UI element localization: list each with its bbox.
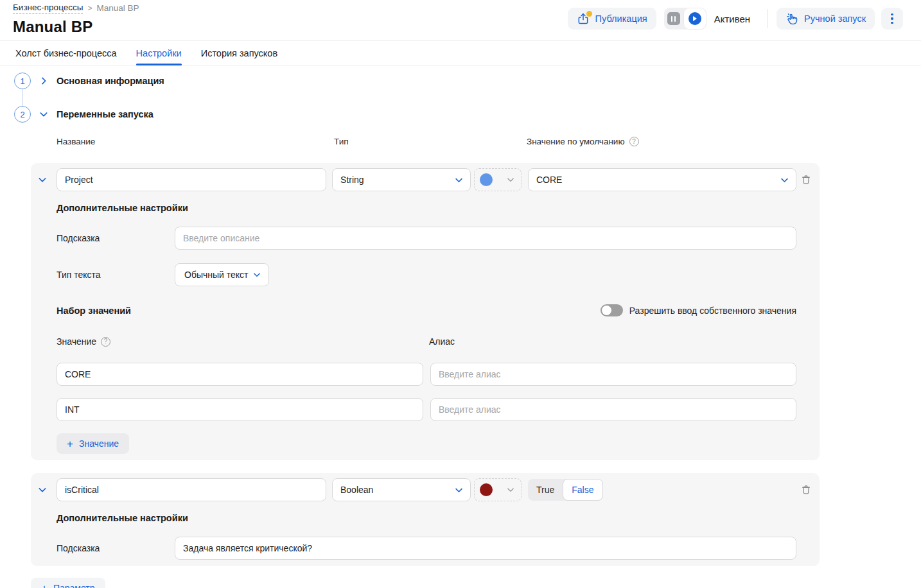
- switch-knob: [602, 306, 611, 315]
- pause-icon: [667, 12, 680, 25]
- value-input[interactable]: [57, 363, 423, 386]
- color-swatch: [480, 173, 493, 186]
- values-column-headers: Значение ? Алиас: [57, 336, 796, 347]
- step-connector-line: [22, 89, 23, 106]
- help-icon[interactable]: ?: [629, 137, 639, 146]
- chevron-down-icon: [506, 175, 515, 184]
- chevron-down-icon: [454, 485, 464, 495]
- color-swatch: [480, 483, 493, 496]
- type-select-value: Boolean: [340, 485, 373, 495]
- plus-icon: +: [67, 438, 73, 449]
- kebab-dot: [891, 13, 893, 16]
- value-alias-row: [57, 398, 796, 421]
- publish-button-label: Публикация: [595, 13, 647, 24]
- default-value-select[interactable]: CORE: [528, 168, 796, 191]
- color-picker[interactable]: [474, 478, 522, 501]
- tab-bar: Холст бизнес-процесса Настройки История …: [0, 40, 921, 65]
- value-set-title: Набор значений: [57, 306, 131, 316]
- vertical-divider: [767, 9, 768, 28]
- alias-input[interactable]: [430, 398, 796, 421]
- type-select[interactable]: Boolean: [332, 478, 471, 501]
- hint-label: Подсказка: [57, 543, 175, 553]
- variable-name-input[interactable]: [57, 168, 326, 191]
- chevron-down-icon: [252, 270, 261, 279]
- color-picker[interactable]: [474, 168, 522, 191]
- publish-notification-dot: [586, 11, 592, 17]
- topbar: Бизнес-процессы > Manual BP Manual BP Пу…: [0, 0, 921, 40]
- trash-icon: [800, 174, 812, 186]
- allow-custom-value-label: Разрешить ввод собственного значения: [629, 306, 796, 316]
- hand-click-icon: [785, 12, 798, 25]
- chevron-down-icon: [454, 175, 464, 185]
- variable-name-input[interactable]: [57, 478, 326, 501]
- text-type-label: Тип текста: [57, 270, 175, 280]
- step-number-badge: 1: [14, 73, 31, 89]
- text-type-select[interactable]: Обычный текст: [175, 263, 269, 286]
- add-parameter-button[interactable]: + Параметр: [31, 578, 105, 588]
- variable-row: Boolean True False: [31, 478, 820, 501]
- chevron-down-icon[interactable]: [39, 109, 49, 119]
- variable-details: Дополнительные настройки Подсказка Тип т…: [31, 203, 820, 454]
- manual-run-label: Ручной запуск: [804, 13, 866, 24]
- process-state-toggle[interactable]: [664, 8, 706, 30]
- variable-row: String CORE: [31, 168, 820, 191]
- value-alias-row: [57, 363, 796, 386]
- alias-column-label: Алиас: [429, 336, 455, 347]
- kebab-menu-button[interactable]: [881, 8, 903, 30]
- manual-run-button[interactable]: Ручной запуск: [776, 8, 875, 30]
- variable-card-project: String CORE Дополнительные настройки: [31, 163, 820, 460]
- section-title[interactable]: Переменные запуска: [57, 109, 154, 119]
- add-parameter-label: Параметр: [53, 583, 95, 588]
- text-type-value: Обычный текст: [184, 270, 249, 280]
- collapse-chevron-down-icon[interactable]: [31, 175, 57, 185]
- tab-settings[interactable]: Настройки: [136, 41, 182, 65]
- variable-card-iscritical: Boolean True False Дополнительные настро…: [31, 473, 820, 566]
- publish-button[interactable]: Публикация: [568, 8, 656, 30]
- kebab-dot: [891, 17, 893, 20]
- play-segment-active[interactable]: [683, 8, 706, 30]
- add-value-label: Значение: [79, 438, 119, 449]
- allow-custom-value-toggle-group: Разрешить ввод собственного значения: [601, 304, 796, 316]
- type-select[interactable]: String: [332, 168, 471, 191]
- bool-true-option[interactable]: True: [528, 479, 563, 501]
- section-main-info: 1 Основная информация: [14, 73, 921, 89]
- chevron-down-icon: [780, 175, 789, 185]
- section-title[interactable]: Основная информация: [57, 76, 164, 86]
- delete-variable-button[interactable]: [800, 484, 812, 496]
- value-column-label: Значение: [57, 336, 96, 347]
- add-value-button[interactable]: + Значение: [57, 433, 129, 454]
- alias-input[interactable]: [430, 363, 796, 386]
- tab-canvas[interactable]: Холст бизнес-процесса: [15, 41, 117, 65]
- type-select-value: String: [340, 175, 364, 185]
- delete-variable-button[interactable]: [800, 174, 812, 186]
- hint-input[interactable]: [175, 227, 796, 250]
- pause-segment[interactable]: [664, 12, 683, 25]
- additional-settings-title: Дополнительные настройки: [57, 513, 796, 523]
- topbar-actions: Публикация Активен: [568, 8, 903, 30]
- column-default-label: Значение по умолчанию: [527, 137, 625, 146]
- column-type: Тип: [334, 137, 527, 146]
- column-name: Название: [57, 137, 334, 146]
- help-icon[interactable]: ?: [101, 337, 110, 347]
- variables-column-headers: Название Тип Значение по умолчанию ?: [57, 137, 921, 146]
- default-value: CORE: [536, 175, 562, 185]
- collapse-chevron-down-icon[interactable]: [31, 485, 57, 495]
- chevron-down-icon: [506, 485, 515, 494]
- allow-custom-value-switch[interactable]: [601, 304, 623, 316]
- boolean-default-segmented: True False: [528, 479, 603, 501]
- trash-icon: [800, 484, 812, 496]
- breadcrumb-separator: >: [87, 4, 92, 13]
- column-default: Значение по умолчанию ?: [527, 137, 639, 146]
- kebab-dot: [891, 22, 893, 24]
- chevron-right-icon[interactable]: [39, 76, 49, 86]
- bool-false-option-selected[interactable]: False: [563, 479, 602, 501]
- plus-icon: +: [41, 583, 48, 588]
- breadcrumb-current: Manual BP: [96, 3, 139, 13]
- additional-settings-title: Дополнительные настройки: [57, 203, 796, 213]
- breadcrumb-root-link[interactable]: Бизнес-процессы: [13, 3, 83, 13]
- hint-label: Подсказка: [57, 233, 175, 243]
- status-label: Активен: [714, 13, 750, 24]
- tab-run-history[interactable]: История запусков: [201, 41, 277, 65]
- hint-input[interactable]: [175, 537, 796, 560]
- value-input[interactable]: [57, 398, 423, 421]
